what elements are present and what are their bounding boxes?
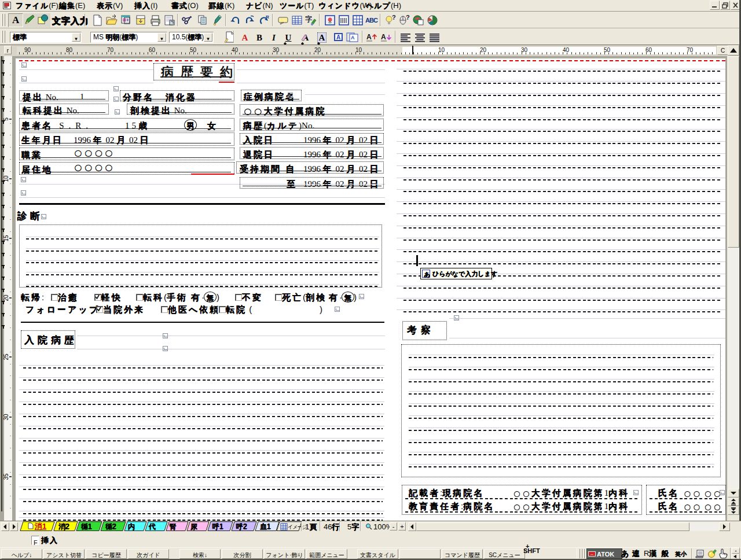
svg-text:?: ? xyxy=(406,14,410,21)
svg-text:A: A xyxy=(351,35,355,40)
svg-text:R: R xyxy=(266,14,269,20)
svg-text:A: A xyxy=(366,33,372,41)
svg-text:ABC: ABC xyxy=(365,17,378,24)
svg-text:A: A xyxy=(336,34,340,40)
svg-text:?: ? xyxy=(392,14,396,21)
svg-text:字: 字 xyxy=(305,15,312,23)
svg-text:A: A xyxy=(381,33,386,41)
